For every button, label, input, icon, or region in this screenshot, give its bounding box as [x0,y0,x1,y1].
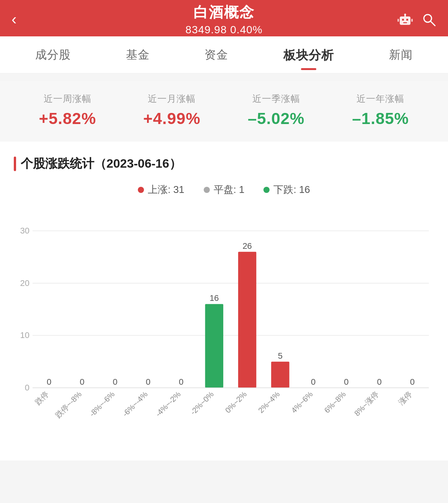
svg-text:-2%~0%: -2%~0% [189,390,216,416]
svg-text:涨停: 涨停 [397,390,414,407]
svg-text:30: 30 [20,226,29,235]
svg-text:0: 0 [80,377,84,387]
svg-text:-8%~-6%: -8%~-6% [88,390,116,418]
svg-rect-34 [271,362,289,388]
legend-up-label: 上涨: 31 [148,183,184,196]
svg-rect-2 [406,19,408,21]
tab-sector-analysis[interactable]: 板块分析 [276,36,342,73]
svg-text:跌停~-8%: 跌停~-8% [54,390,83,419]
stat-week-label: 近一周涨幅 [15,93,120,105]
tab-capital[interactable]: 资金 [197,36,236,73]
stat-quarter-label: 近一季涨幅 [224,93,329,105]
legend-down: 下跌: 16 [263,183,310,196]
svg-rect-28 [205,304,223,388]
svg-rect-31 [238,252,256,388]
svg-text:8%~涨停: 8%~涨停 [353,390,381,418]
header: ‹ 白酒概念 8349.98 0.40% [0,0,448,36]
header-center: 白酒概念 8349.98 0.40% [185,3,262,36]
stats-grid: 近一周涨幅 +5.82% 近一月涨幅 +4.99% 近一季涨幅 –5.02% 近… [15,93,433,128]
stat-month-label: 近一月涨幅 [120,93,224,105]
svg-text:0: 0 [25,383,29,392]
svg-rect-6 [397,19,399,22]
svg-text:16: 16 [209,293,219,303]
chart-legend: 上涨: 31 平盘: 1 下跌: 16 [0,183,448,208]
back-button[interactable]: ‹ [11,11,16,28]
bar-chart: 01020300跌停0跌停~-8%0-8%~-6%0-6%~-4%0-4%~-2… [11,208,437,438]
stat-quarter-value: –5.02% [224,109,329,128]
bar-chart-svg: 01020300跌停0跌停~-8%0-8%~-6%0-6%~-4%0-4%~-2… [11,208,437,438]
svg-text:-6%~-4%: -6%~-4% [121,390,149,418]
search-icon [421,12,437,27]
legend-down-label: 下跌: 16 [273,183,310,196]
stat-week-value: +5.82% [15,109,120,128]
svg-text:0: 0 [113,377,118,387]
stat-month-value: +4.99% [120,109,224,128]
robot-icon [397,11,414,28]
svg-text:0: 0 [377,377,382,387]
header-right [397,11,437,28]
legend-dot-flat [204,187,210,193]
stat-week: 近一周涨幅 +5.82% [15,93,120,128]
robot-icon-button[interactable] [397,11,414,28]
svg-text:跌停: 跌停 [33,390,50,407]
header-subtitle: 8349.98 0.40% [185,24,262,36]
svg-text:0: 0 [47,377,51,387]
svg-text:2%~4%: 2%~4% [257,390,281,415]
svg-rect-3 [403,22,407,23]
search-icon-button[interactable] [421,12,437,27]
svg-rect-1 [402,19,404,21]
stat-year-value: –1.85% [329,109,433,128]
stats-section: 近一周涨幅 +5.82% 近一月涨幅 +4.99% 近一季涨幅 –5.02% 近… [0,81,448,142]
svg-text:4%~6%: 4%~6% [289,390,314,415]
stat-month: 近一月涨幅 +4.99% [120,93,224,128]
legend-dot-up [138,187,144,193]
svg-text:0: 0 [344,377,348,387]
svg-rect-0 [400,16,410,25]
svg-line-9 [430,21,435,26]
tab-bar: 成分股 基金 资金 板块分析 新闻 [0,36,448,73]
header-title: 白酒概念 [185,3,262,22]
svg-text:0: 0 [311,377,316,387]
tab-news[interactable]: 新闻 [381,36,420,73]
stat-year: 近一年涨幅 –1.85% [329,93,433,128]
tab-components[interactable]: 成分股 [28,36,78,73]
header-left: ‹ [11,11,16,28]
svg-rect-7 [411,19,413,22]
svg-text:-4%~-2%: -4%~-2% [154,390,182,418]
section-title: 个股涨跌统计（2023-06-16） [0,142,448,183]
section-title-text: 个股涨跌统计（2023-06-16） [21,155,181,172]
svg-text:10: 10 [20,330,29,340]
svg-text:0: 0 [410,377,415,387]
stat-quarter: 近一季涨幅 –5.02% [224,93,329,128]
svg-text:26: 26 [242,241,252,251]
legend-flat-label: 平盘: 1 [214,183,245,196]
legend-flat: 平盘: 1 [204,183,245,196]
svg-text:0: 0 [179,377,183,387]
stat-year-label: 近一年涨幅 [329,93,433,105]
svg-point-5 [404,13,406,15]
svg-text:0%~2%: 0%~2% [224,390,249,415]
svg-text:20: 20 [20,278,29,288]
legend-up: 上涨: 31 [138,183,184,196]
svg-text:6%~8%: 6%~8% [323,390,348,415]
chart-container: 01020300跌停0跌停~-8%0-8%~-6%0-6%~-4%0-4%~-2… [0,208,448,461]
tab-fund[interactable]: 基金 [118,36,157,73]
legend-dot-down [263,187,270,193]
svg-text:0: 0 [146,377,150,387]
svg-text:5: 5 [278,351,283,361]
